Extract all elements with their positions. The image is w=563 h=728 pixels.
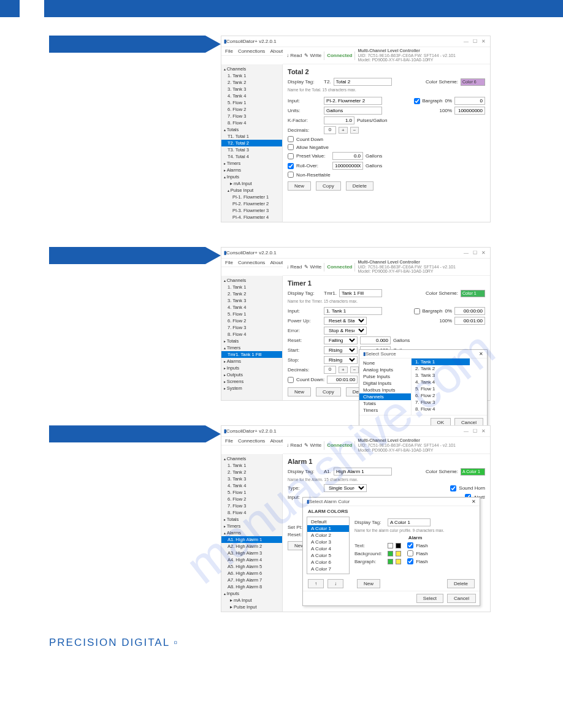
- type-select[interactable]: Single Source: [324, 484, 367, 492]
- tree-item[interactable]: ▸ mA Input: [221, 180, 282, 187]
- list-item-selected[interactable]: A Color 1: [307, 525, 349, 532]
- read-button[interactable]: ↓ Read: [286, 442, 302, 448]
- tree-item[interactable]: A2. High Alarm 2: [221, 543, 282, 550]
- tree-item[interactable]: 6. Flow 2: [221, 106, 282, 113]
- tree-item[interactable]: A8. High Alarm 8: [221, 583, 282, 590]
- tree-timers[interactable]: Timers: [221, 523, 282, 529]
- nonreset-check[interactable]: [288, 172, 294, 178]
- soundhorn-check[interactable]: [450, 485, 456, 491]
- alarm-color-list[interactable]: Default A Color 1 A Color 2 A Color 3 A …: [307, 517, 350, 574]
- preset-check[interactable]: [288, 153, 294, 159]
- list-item[interactable]: Modbus Inputs: [359, 387, 411, 393]
- powerup-select[interactable]: Reset & Start: [324, 317, 367, 325]
- tree-item[interactable]: ▸ mA Input: [221, 597, 282, 604]
- tree-totals[interactable]: Totals: [221, 126, 282, 133]
- copy-button[interactable]: Copy: [316, 387, 341, 396]
- tree-item[interactable]: PI-1. Flowmeter 1: [221, 194, 282, 200]
- write-button[interactable]: ✎ Write: [304, 53, 321, 58]
- flash-check[interactable]: [407, 550, 413, 556]
- color-swatch[interactable]: Color 6: [461, 78, 485, 86]
- menu-file[interactable]: File: [225, 438, 233, 444]
- inc-button[interactable]: +: [339, 127, 348, 134]
- list-item[interactable]: None: [359, 360, 411, 366]
- tree-timers[interactable]: Timers: [221, 160, 282, 167]
- menu-connections[interactable]: Connections: [238, 48, 265, 54]
- move-down-button[interactable]: ↓: [327, 579, 343, 588]
- bargraph-high[interactable]: [454, 317, 485, 325]
- bargraph-low[interactable]: [454, 97, 485, 105]
- tree-item[interactable]: 2. Tank 2: [221, 290, 282, 297]
- menu-about[interactable]: About: [270, 48, 283, 54]
- color-swatch[interactable]: A Color 1: [461, 468, 485, 476]
- cancel-button[interactable]: Cancel: [447, 594, 476, 603]
- bargraph-high[interactable]: [454, 107, 485, 115]
- tree-item[interactable]: 3. Tank 3: [221, 86, 282, 93]
- rollover-input[interactable]: [332, 162, 363, 170]
- delete-button[interactable]: Delete: [447, 579, 475, 588]
- list-item[interactable]: A Color 7: [307, 566, 349, 572]
- list-item[interactable]: Analog Inputs: [359, 366, 411, 373]
- list-item[interactable]: A Color 4: [307, 545, 349, 552]
- tree-item[interactable]: PI-3. Flowmeter 3: [221, 207, 282, 214]
- tree-item[interactable]: T1. Total 1: [221, 133, 282, 140]
- error-select[interactable]: Stop & Reset: [324, 327, 367, 335]
- list-item[interactable]: A Color 2: [307, 532, 349, 539]
- source-type-list[interactable]: None Analog Inputs Pulse Inputs Digital …: [359, 358, 412, 415]
- close-icon[interactable]: ✕: [479, 351, 483, 357]
- list-item[interactable]: Default: [307, 518, 349, 525]
- menu-connections[interactable]: Connections: [238, 438, 265, 444]
- tree-item[interactable]: 1. Tank 1: [221, 72, 282, 79]
- tree-item[interactable]: T3. Total 3: [221, 146, 282, 153]
- close-icon[interactable]: ✕: [479, 39, 488, 44]
- reset-val[interactable]: [360, 336, 391, 344]
- source-item-list[interactable]: 1. Tank 1 2. Tank 2 3. Tank 3 4. Tank 4 …: [412, 358, 470, 415]
- tree-channels[interactable]: Channels: [221, 277, 282, 284]
- display-tag-input[interactable]: [334, 78, 392, 86]
- bargraph-check[interactable]: [414, 98, 420, 104]
- color-chip[interactable]: [396, 543, 401, 548]
- close-icon[interactable]: ✕: [479, 428, 488, 434]
- tree-outputs[interactable]: Outputs: [221, 371, 282, 378]
- read-button[interactable]: ↓ Read: [286, 264, 302, 270]
- tree-item[interactable]: A6. High Alarm 6: [221, 570, 282, 577]
- list-item[interactable]: Timers: [359, 407, 411, 414]
- tree-item[interactable]: 6. Flow 2: [221, 496, 282, 502]
- display-tag-input[interactable]: [334, 468, 392, 476]
- reset-mode[interactable]: Falling: [324, 336, 358, 344]
- tree-item[interactable]: 5. Flow 1: [221, 311, 282, 317]
- tree-item[interactable]: 5. Flow 1: [221, 489, 282, 496]
- tree-item[interactable]: 4. Tank 4: [221, 93, 282, 99]
- list-item-selected[interactable]: Channels: [359, 393, 411, 400]
- list-item[interactable]: 3. Tank 3: [412, 372, 470, 379]
- tree-screens[interactable]: Screens: [221, 378, 282, 385]
- flash-check[interactable]: [407, 542, 413, 548]
- tree[interactable]: Channels 1. Tank 1 2. Tank 2 3. Tank 3 4…: [221, 276, 283, 400]
- list-item[interactable]: 6. Flow 2: [412, 392, 470, 399]
- color-swatch[interactable]: Color 1: [461, 290, 485, 297]
- maximize-icon[interactable]: ☐: [470, 428, 479, 434]
- tree-item[interactable]: T4. Total 4: [221, 153, 282, 160]
- tree-item[interactable]: 5. Flow 1: [221, 99, 282, 106]
- tree-item[interactable]: A5. High Alarm 5: [221, 563, 282, 570]
- new-button[interactable]: New: [357, 579, 380, 588]
- select-button[interactable]: Select: [416, 594, 443, 603]
- menu-file[interactable]: File: [225, 48, 233, 54]
- tree-timers[interactable]: Timers: [221, 344, 282, 351]
- tree-item-selected[interactable]: A1. High Alarm 1: [221, 536, 282, 543]
- tree-item[interactable]: PI-4. Flowmeter 4: [221, 214, 282, 221]
- write-button[interactable]: ✎ Write: [304, 442, 321, 448]
- move-up-button[interactable]: ↑: [308, 579, 324, 588]
- tree-channels[interactable]: Channels: [221, 66, 282, 72]
- input-select[interactable]: [324, 307, 382, 315]
- tree-item[interactable]: 7. Flow 3: [221, 113, 282, 119]
- close-icon[interactable]: ✕: [472, 499, 476, 504]
- menu-file[interactable]: File: [225, 260, 233, 265]
- tree-alarms[interactable]: Alarms: [221, 358, 282, 365]
- bargraph-low[interactable]: [454, 307, 485, 315]
- tree-totals[interactable]: Totals: [221, 338, 282, 344]
- tree-alarms[interactable]: Alarms: [221, 167, 282, 173]
- delete-button[interactable]: Delete: [346, 181, 373, 191]
- color-chip[interactable]: [388, 543, 393, 548]
- minimize-icon[interactable]: —: [462, 250, 470, 256]
- tree-item[interactable]: 2. Tank 2: [221, 79, 282, 86]
